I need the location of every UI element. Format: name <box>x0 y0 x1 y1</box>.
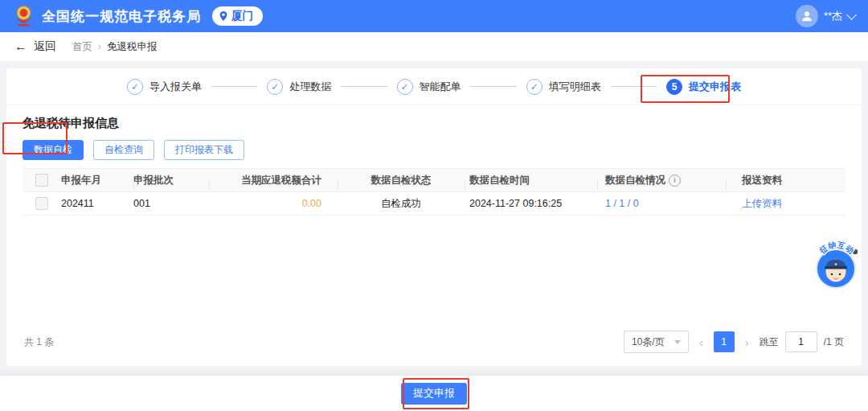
col-self-check-situation: 数据自检情况 i <box>597 174 726 187</box>
location-pill[interactable]: 厦门 <box>212 6 263 26</box>
print-report-download-button[interactable]: 打印报表下载 <box>164 140 244 160</box>
footer-bar: 提交申报 <box>0 376 868 411</box>
step-connector <box>341 86 387 88</box>
cell-amount: 0.00 <box>209 198 338 209</box>
chevron-down-icon <box>846 10 857 20</box>
page-size-select[interactable]: 10条/页 <box>624 331 689 353</box>
user-icon <box>800 9 814 23</box>
page-jump: 跳至 /1 页 <box>760 331 844 352</box>
location-pin-icon <box>219 10 228 22</box>
col-declare-year-month: 申报年月 <box>61 174 133 187</box>
toolbar: 数据自检 自检查询 打印报表下载 <box>23 140 845 160</box>
check-icon: ✓ <box>267 79 283 95</box>
page-size-value: 10条/页 <box>632 335 665 349</box>
step-submit-declaration-form[interactable]: 5 提交申报表 <box>666 79 741 95</box>
user-menu[interactable]: **杰 <box>796 5 855 27</box>
step-label: 导入报关单 <box>149 80 202 94</box>
step-fill-detail-form[interactable]: ✓ 填写明细表 <box>526 79 601 95</box>
data-self-check-button[interactable]: 数据自检 <box>23 140 84 160</box>
table-footer: 共 1 条 10条/页 ‹ 1 › 跳至 /1 页 <box>24 331 844 353</box>
row-checkbox[interactable] <box>35 197 48 210</box>
current-page-button[interactable]: 1 <box>714 331 735 352</box>
location-label: 厦门 <box>231 9 253 23</box>
panel-title: 免退税待申报信息 <box>23 116 845 131</box>
select-all-checkbox[interactable] <box>35 174 48 187</box>
col-label: 数据自检情况 <box>605 174 665 187</box>
breadcrumb-home[interactable]: 首页 <box>72 40 92 54</box>
stepper: ✓ 导入报关单 ✓ 处理数据 ✓ 智能配单 ✓ 填写明细表 5 提交申报表 <box>6 68 862 105</box>
check-icon: ✓ <box>526 79 542 95</box>
step-label: 处理数据 <box>289 80 331 94</box>
tax-bureau-logo-icon <box>13 5 35 27</box>
col-self-check-time: 数据自检时间 <box>465 174 597 187</box>
panel-head: 免退税待申报信息 数据自检 自检查询 打印报表下载 <box>6 105 862 160</box>
cell-time: 2024-11-27 09:16:25 <box>465 198 597 209</box>
jump-label: 跳至 <box>760 335 779 349</box>
check-icon: ✓ <box>397 79 413 95</box>
topbar: 全国统一规范电子税务局 厦门 **杰 <box>0 0 868 32</box>
avatar <box>796 5 818 27</box>
self-check-situation-link[interactable]: 1 / 1 / 0 <box>605 198 639 209</box>
interaction-assistant-button[interactable]: 征纳互动 <box>813 241 860 290</box>
user-name: **杰 <box>824 9 842 23</box>
page-total: /1 页 <box>824 335 844 349</box>
col-refund-amount-total: 当期应退税额合计 <box>209 174 338 187</box>
col-self-check-status: 数据自检状态 <box>338 174 465 187</box>
upload-material-link[interactable]: 上传资料 <box>742 198 782 209</box>
pagination: 10条/页 ‹ 1 › 跳至 /1 页 <box>624 331 844 353</box>
declaration-table: 申报年月 申报批次 当期应退税额合计 数据自检状态 数据自检时间 数据自检情况 … <box>23 168 845 216</box>
step-smart-matching[interactable]: ✓ 智能配单 <box>397 79 461 95</box>
back-label: 返回 <box>34 39 56 54</box>
step-connector <box>611 86 657 88</box>
jump-page-input[interactable] <box>785 331 817 352</box>
step-label: 填写明细表 <box>549 80 601 94</box>
col-submit-material: 报送资料 <box>726 174 845 187</box>
table-header: 申报年月 申报批次 当期应退税额合计 数据自检状态 数据自检时间 数据自检情况 … <box>23 168 845 192</box>
step-connector <box>211 86 257 88</box>
cell-year-month: 202411 <box>61 198 133 209</box>
submit-declaration-button[interactable]: 提交申报 <box>401 383 467 405</box>
prev-page-button[interactable]: ‹ <box>697 336 706 348</box>
cell-status: 自检成功 <box>338 197 465 211</box>
step-number-badge: 5 <box>666 79 682 95</box>
info-icon[interactable]: i <box>669 175 681 187</box>
self-check-query-button[interactable]: 自检查询 <box>93 140 154 160</box>
breadcrumb-separator-icon: › <box>98 41 101 52</box>
breadcrumb-bar: ← 返回 首页 › 免退税申报 <box>0 32 868 62</box>
main-card: ✓ 导入报关单 ✓ 处理数据 ✓ 智能配单 ✓ 填写明细表 5 提交申报表 免退… <box>6 68 862 366</box>
breadcrumb: 首页 › 免退税申报 <box>72 40 158 54</box>
back-button[interactable]: ← 返回 <box>14 39 56 54</box>
total-count: 共 1 条 <box>24 335 54 349</box>
app-title: 全国统一规范电子税务局 <box>42 7 201 26</box>
step-label: 智能配单 <box>420 80 461 94</box>
next-page-button[interactable]: › <box>743 336 751 348</box>
table-row: 202411 001 0.00 自检成功 2024-11-27 09:16:25… <box>23 192 845 216</box>
caret-down-icon <box>674 340 681 344</box>
back-arrow-icon: ← <box>14 39 27 54</box>
step-import-declaration[interactable]: ✓ 导入报关单 <box>127 79 202 95</box>
breadcrumb-current: 免退税申报 <box>107 40 158 54</box>
step-connector <box>471 86 517 88</box>
step-label: 提交申报表 <box>689 80 741 94</box>
step-process-data[interactable]: ✓ 处理数据 <box>267 79 331 95</box>
check-icon: ✓ <box>127 79 143 95</box>
col-declare-batch: 申报批次 <box>133 174 209 187</box>
cell-batch: 001 <box>133 198 209 209</box>
